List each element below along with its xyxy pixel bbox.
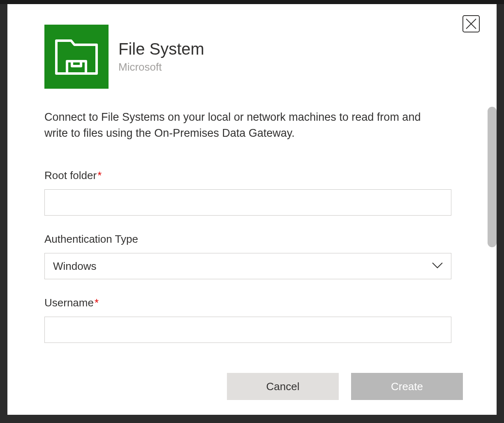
dialog-body: File System Microsoft Connect to File Sy… [7,4,483,345]
connector-description: Connect to File Systems on your local or… [44,109,431,141]
connector-header: File System Microsoft [44,25,459,89]
dialog-footer: Cancel Create [227,373,463,400]
root-folder-label: Root folder* [44,169,459,182]
scrollbar-thumb[interactable] [488,107,497,247]
connector-dialog: File System Microsoft Connect to File Sy… [7,4,497,415]
connector-publisher: Microsoft [118,61,204,74]
root-folder-input[interactable] [44,189,451,216]
auth-type-group: Authentication Type Windows [44,233,459,279]
auth-type-label: Authentication Type [44,233,459,246]
create-button[interactable]: Create [351,373,463,400]
file-system-icon [44,25,109,89]
username-input[interactable] [44,317,451,343]
connector-title: File System [118,40,204,58]
username-label: Username* [44,297,459,309]
required-indicator: * [97,169,102,182]
auth-type-select[interactable]: Windows [44,253,451,279]
username-group: Username* [44,297,459,343]
root-folder-group: Root folder* [44,169,459,216]
cancel-button[interactable]: Cancel [227,373,339,400]
required-indicator: * [95,297,99,309]
